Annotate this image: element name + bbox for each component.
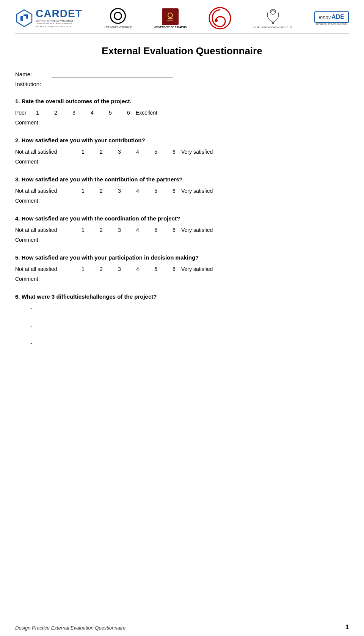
red-swirl-logo (209, 7, 231, 30)
institution-label: Institution: (15, 81, 49, 87)
q1-num-5: 5 (107, 110, 114, 116)
question-6-text: 6. What were 3 difficulties/challenges o… (15, 293, 349, 300)
question-4-block: 4. How satisfied are you with the coordi… (15, 215, 349, 243)
q5-num-2: 2 (98, 266, 105, 272)
fields-section: Name: Institution: (15, 71, 349, 87)
q1-num-3: 3 (71, 110, 77, 116)
open-university-logo: The Open University (104, 8, 132, 28)
q1-scale-right: Excellent (136, 110, 157, 116)
cardet-subtext: CENTRE FOR THE ADVANCEMENT OF RESEARCH &… (36, 20, 74, 28)
q5-num-5: 5 (152, 266, 159, 272)
svg-rect-11 (272, 22, 274, 24)
q3-num-5: 5 (152, 188, 159, 194)
q2-rating-row: Not at all satisfied 1 2 3 4 5 6 Very sa… (15, 149, 349, 155)
q3-number: 3. (15, 176, 20, 183)
q2-number: 2. (15, 137, 20, 143)
q2-num-3: 3 (116, 149, 123, 155)
q4-num-6: 6 (171, 227, 177, 233)
q5-question: How satisfied are you with your particip… (22, 254, 199, 261)
cardet-text-block: CARDET CENTRE FOR THE ADVANCEMENT OF RES… (36, 8, 82, 28)
piraeus-label: UNIVERSITY OF PIRAEUS (154, 26, 187, 28)
question-2-block: 2. How satisfied are you with your contr… (15, 137, 349, 165)
q4-num-4: 4 (134, 227, 141, 233)
q4-rating-numbers: 1 2 3 4 5 6 (80, 227, 177, 233)
q5-scale-left: Not at all satisfied (15, 266, 80, 272)
q5-num-4: 4 (134, 266, 141, 272)
q3-rating-numbers: 1 2 3 4 5 6 (80, 188, 177, 194)
q5-comment: Comment: (15, 276, 349, 282)
q5-number: 5. (15, 254, 20, 261)
svg-rect-6 (168, 18, 173, 19)
q4-scale-right: Very satisfied (181, 227, 213, 233)
innovade-sub-label: LEADERSHIP & INNOVATION (316, 23, 347, 25)
q4-number: 4. (15, 215, 20, 222)
bullet-item-2: - (30, 323, 349, 329)
question-1-block: 1. Rate the overall outcomes of the proj… (15, 98, 349, 126)
q6-bullet-list: - - - (15, 305, 349, 347)
q1-num-2: 2 (52, 110, 59, 116)
footer-page-number: 1 (345, 624, 349, 631)
q2-num-5: 5 (152, 149, 159, 155)
page-footer: Design Practice External Evaluation Ques… (15, 624, 349, 631)
q1-comment: Comment: (15, 120, 349, 126)
svg-marker-0 (17, 10, 32, 27)
q2-num-6: 6 (171, 149, 177, 155)
piraeus-logo: UNIVERSITY OF PIRAEUS (154, 8, 187, 28)
q6-question: What were 3 difficulties/challenges of t… (22, 293, 157, 300)
q1-num-4: 4 (89, 110, 96, 116)
q2-num-2: 2 (98, 149, 105, 155)
question-2-text: 2. How satisfied are you with your contr… (15, 137, 349, 143)
q3-num-4: 4 (134, 188, 141, 194)
cardet-logo: CARDET CENTRE FOR THE ADVANCEMENT OF RES… (15, 8, 82, 28)
cardet-icon (15, 9, 33, 27)
q2-num-1: 1 (80, 149, 86, 155)
question-6-block: 6. What were 3 difficulties/challenges o… (15, 293, 349, 347)
q4-num-3: 3 (116, 227, 123, 233)
q2-question: How satisfied are you with your contribu… (22, 137, 145, 143)
q5-num-6: 6 (171, 266, 177, 272)
innovade-box: innovADE (314, 11, 349, 23)
q1-num-6: 6 (125, 110, 132, 116)
q1-question: Rate the overall outcomes of the project… (22, 98, 132, 104)
name-label: Name: (15, 71, 49, 77)
ou-circle-icon (110, 8, 126, 24)
page-title: External Evaluation Questionnaire (15, 45, 349, 57)
q1-rating-numbers: 1 2 3 4 5 6 (34, 110, 132, 116)
question-1-text: 1. Rate the overall outcomes of the proj… (15, 98, 349, 104)
q3-rating-row: Not at all satisfied 1 2 3 4 5 6 Very sa… (15, 188, 349, 194)
name-field-row: Name: (15, 71, 349, 77)
svg-point-9 (215, 19, 218, 22)
q1-scale-left: Poor (15, 110, 34, 116)
ou-label: The Open University (104, 25, 132, 28)
q4-num-5: 5 (152, 227, 159, 233)
q3-num-1: 1 (80, 188, 86, 194)
bullet-item-1: - (30, 305, 349, 312)
name-input-line[interactable] (52, 71, 173, 77)
q2-num-4: 4 (134, 149, 141, 155)
svg-rect-7 (167, 20, 173, 20)
q3-num-2: 2 (98, 188, 105, 194)
q5-scale-right: Very satisfied (181, 266, 213, 272)
q5-num-1: 1 (80, 266, 86, 272)
q6-number: 6. (15, 293, 20, 300)
q4-question: How satisfied are you with the coordinat… (22, 215, 180, 222)
q2-comment: Comment: (15, 159, 349, 165)
q5-rating-row: Not at all satisfied 1 2 3 4 5 6 Very sa… (15, 266, 349, 272)
innovade-logo: innovADE LEADERSHIP & INNOVATION (314, 11, 349, 25)
logo-bar: CARDET CENTRE FOR THE ADVANCEMENT OF RES… (15, 0, 349, 34)
cyprus-icon (264, 8, 282, 26)
bullet-item-3: - (30, 340, 349, 347)
q1-rating-row: Poor 1 2 3 4 5 6 Excellent (15, 110, 349, 116)
q4-rating-row: Not at all satisfied 1 2 3 4 5 6 Very sa… (15, 227, 349, 233)
red-swirl-icon (209, 7, 231, 30)
question-5-block: 5. How satisfied are you with your parti… (15, 254, 349, 282)
svg-rect-3 (26, 16, 28, 19)
q5-num-3: 3 (116, 266, 123, 272)
q1-number: 1. (15, 98, 20, 104)
q5-rating-numbers: 1 2 3 4 5 6 (80, 266, 177, 272)
q3-num-6: 6 (171, 188, 177, 194)
q4-comment: Comment: (15, 237, 349, 243)
institution-input-line[interactable] (52, 80, 173, 87)
cardet-brand: CARDET (36, 8, 82, 19)
q2-rating-numbers: 1 2 3 4 5 6 (80, 149, 177, 155)
